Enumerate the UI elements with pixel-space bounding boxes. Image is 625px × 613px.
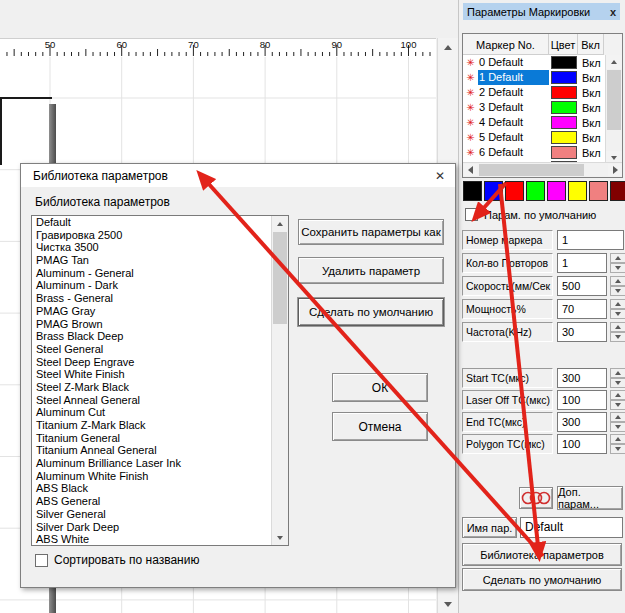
list-item[interactable]: Чистка 3500 [32,241,270,254]
spinner-down-button[interactable] [610,263,625,273]
scrollbar-thumb[interactable] [479,164,584,176]
scrollbar-thumb[interactable] [273,232,287,324]
scroll-up-button[interactable] [272,216,287,231]
spinner-up-button[interactable] [610,390,625,400]
list-item[interactable]: PMAG Gray [32,305,270,318]
list-item[interactable]: PMAG Tan [32,254,270,267]
field-value-input[interactable]: 300 [557,368,607,388]
list-item[interactable]: Aluminum - General [32,267,270,280]
param-name-label-button[interactable]: Имя пар. [462,517,517,538]
param-name-field[interactable]: Default [520,517,623,538]
marker-row[interactable]: ✳5 DefaultВкл [463,130,604,145]
spinner-down-button[interactable] [610,378,625,388]
list-item[interactable]: Aluminum Brilliance Laser Ink [32,457,270,470]
list-item[interactable]: Brass - General [32,292,270,305]
spinner-down-button[interactable] [610,332,625,342]
list-item[interactable]: Steel White Finish [32,368,270,381]
marker-row[interactable]: ✳3 DefaultВкл [463,100,604,115]
list-item[interactable]: Brass Black Deep [32,330,270,343]
field-value-input[interactable]: 1 [557,253,607,273]
cancel-button[interactable]: Отмена [332,412,428,441]
marker-table-vscrollbar[interactable] [605,55,622,165]
spinner-down-button[interactable] [610,444,625,454]
save-params-as-button[interactable]: Сохранить параметры как [298,219,444,245]
scroll-up-button[interactable] [606,55,622,69]
list-item[interactable]: Steel General [32,343,270,356]
list-item[interactable]: ABS White [32,533,270,545]
advanced-params-button[interactable]: Доп. парам... [557,486,623,510]
list-item[interactable]: PMAG Brown [32,318,270,331]
library-scrollbar[interactable] [271,216,288,545]
palette-color-swatch[interactable] [547,181,566,201]
marker-row-label: 2 Default [478,85,549,100]
list-item[interactable]: ABS Black [32,482,270,495]
field-value-input[interactable]: 100 [557,434,607,454]
list-item[interactable]: Aluminum Cut [32,406,270,419]
field-value-input[interactable]: 300 [557,412,607,432]
marker-table-hscrollbar[interactable] [463,162,622,177]
spinner-up-button[interactable] [610,434,625,444]
spinner-up-button[interactable] [610,276,625,286]
field-value-input[interactable]: 1 [557,230,624,250]
palette-color-swatch[interactable] [505,181,524,201]
marker-row[interactable]: ✳1 DefaultВкл [463,70,604,85]
list-item[interactable]: Silver Dark Deep [32,521,270,534]
spinner-down-button[interactable] [610,286,625,296]
sort-by-name-checkbox[interactable] [35,554,48,567]
spinner-up-button[interactable] [610,253,625,263]
palette-color-swatch[interactable] [484,181,503,201]
marker-row[interactable]: ✳2 DefaultВкл [463,85,604,100]
scroll-right-button[interactable] [608,164,622,176]
spinner-down-button[interactable] [610,400,625,410]
column-header-0[interactable]: Маркер No. [463,34,549,55]
list-item[interactable]: Titanium General [32,432,270,445]
panel-close-icon[interactable]: x [610,6,616,18]
scroll-down-button[interactable] [438,595,458,613]
list-item[interactable]: Aluminum White Finish [32,470,270,483]
marker-row[interactable]: ✳0 DefaultВкл [463,55,604,70]
list-item[interactable]: Titanium Z-Mark Black [32,419,270,432]
list-item[interactable]: Titanium Anneal General [32,444,270,457]
parameter-library-button[interactable]: Библиотека параметров [462,543,622,566]
dialog-titlebar[interactable]: Библиотека параметров ✕ [21,164,455,187]
marker-row[interactable]: ✳6 DefaultВкл [463,145,604,160]
ok-button[interactable]: ОК [332,373,428,402]
list-item[interactable]: Steel Z-Mark Black [32,381,270,394]
list-item[interactable]: Гравировка 2500 [32,229,270,242]
scrollbar-thumb[interactable] [607,70,621,130]
palette-color-swatch[interactable] [463,181,482,201]
palette-color-swatch[interactable] [526,181,545,201]
spinner-up-button[interactable] [610,412,625,422]
field-value-input[interactable]: 30 [557,322,607,342]
column-header-2[interactable]: Вкл [578,34,604,55]
field-value-input[interactable]: 70 [557,299,607,319]
list-item[interactable]: Default [32,216,270,229]
default-param-checkbox[interactable] [465,208,478,221]
scroll-down-button[interactable] [272,530,287,545]
spinner-down-button[interactable] [610,309,625,319]
palette-color-swatch[interactable] [568,181,587,201]
panel-header[interactable]: Параметры Маркировки x [463,3,620,20]
spinner-up-button[interactable] [610,322,625,332]
palette-color-swatch[interactable] [589,181,608,201]
scroll-left-button[interactable] [463,164,477,176]
field-value-input[interactable]: 500 [557,276,607,296]
spinner-down-button[interactable] [610,422,625,432]
list-item[interactable]: Silver General [32,508,270,521]
marker-row[interactable]: ✳4 DefaultВкл [463,115,604,130]
list-item[interactable]: Steel Deep Engrave [32,356,270,369]
make-default-dialog-button[interactable]: Сделать по умолчанию [298,298,444,326]
list-item[interactable]: Steel Anneal General [32,394,270,407]
delete-param-button[interactable]: Удалить параметр [298,257,444,284]
palette-color-swatch[interactable] [610,181,625,201]
list-item[interactable]: ABS General [32,495,270,508]
wobble-rings-button[interactable] [519,487,553,509]
spinner-up-button[interactable] [610,368,625,378]
column-header-1[interactable]: Цвет [549,34,578,55]
spinner-up-button[interactable] [610,299,625,309]
list-item[interactable]: Aluminum - Dark [32,279,270,292]
scroll-up-button[interactable] [438,38,458,56]
field-value-input[interactable]: 100 [557,390,607,410]
dialog-close-icon[interactable]: ✕ [425,169,455,183]
make-default-button[interactable]: Сделать по умолчанию [462,568,622,591]
